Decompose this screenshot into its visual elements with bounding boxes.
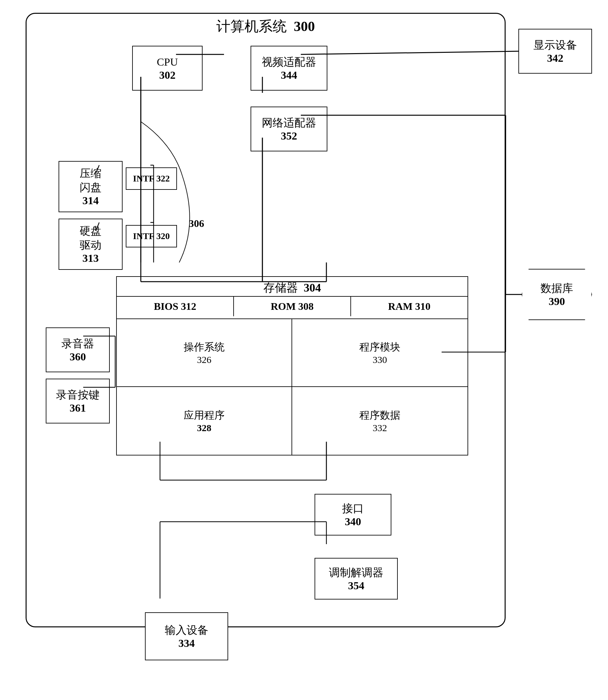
display-number: 342 bbox=[547, 52, 564, 64]
storage-header: BIOS 312 ROM 308 RAM 310 bbox=[117, 296, 468, 316]
record-btn-box: 录音按键 361 bbox=[46, 379, 110, 423]
video-adapter-label: 视频适配器 bbox=[262, 55, 316, 69]
display-box: 显示设备 342 bbox=[518, 29, 592, 74]
cpu-number: 302 bbox=[159, 69, 176, 81]
cpu-box: CPU 302 bbox=[132, 46, 203, 91]
hdd-number: 313 bbox=[82, 252, 99, 264]
intf322-label: INTF 322 bbox=[133, 173, 170, 184]
program-data-cell: 程序数据 332 bbox=[292, 387, 468, 455]
main-system-box: 计算机系统 300 CPU 302 视频适配器 344 网络适配器 352 压缩… bbox=[25, 13, 506, 627]
cpu-label: CPU bbox=[157, 55, 178, 69]
network-adapter-label: 网络适配器 bbox=[262, 116, 316, 130]
interface-box: 接口 340 bbox=[315, 494, 391, 535]
program-module-cell: 程序模块 330 bbox=[292, 319, 468, 387]
modem-label: 调制解调器 bbox=[329, 566, 383, 580]
database-label: 数据库 bbox=[540, 281, 573, 296]
intf322-box: INTF 322 bbox=[126, 167, 177, 190]
recorder-label: 录音器 bbox=[61, 337, 94, 351]
interface-label: 接口 bbox=[342, 502, 364, 516]
input-device-box: 输入设备 334 bbox=[145, 612, 228, 660]
input-device-number: 334 bbox=[178, 637, 195, 649]
hdd-box: 硬盘驱动 313 bbox=[59, 219, 122, 270]
recorder-number: 360 bbox=[70, 351, 86, 363]
main-system-title: 计算机系统 300 bbox=[213, 17, 318, 36]
flash-box: 压缩闪盘 314 bbox=[59, 161, 122, 212]
intf320-label: INTF 320 bbox=[133, 231, 170, 241]
intf320-box: INTF 320 bbox=[126, 225, 177, 247]
display-label: 显示设备 bbox=[533, 38, 577, 52]
recorder-box: 录音器 360 bbox=[46, 327, 110, 372]
modem-box: 调制解调器 354 bbox=[315, 558, 398, 600]
bus-306-label: 306 bbox=[189, 217, 204, 229]
ram-cell: RAM 310 bbox=[351, 297, 468, 316]
hdd-label: 硬盘驱动 bbox=[80, 224, 101, 252]
network-adapter-box: 网络适配器 352 bbox=[250, 107, 327, 151]
record-btn-label: 录音按键 bbox=[56, 388, 99, 402]
video-adapter-box: 视频适配器 344 bbox=[250, 46, 327, 91]
storage-label: 存储器 bbox=[263, 281, 298, 294]
rom-cell: ROM 308 bbox=[234, 297, 351, 316]
storage-box: 存储器 304 BIOS 312 ROM 308 RAM 310 操作系统 bbox=[116, 276, 468, 455]
flash-label: 压缩闪盘 bbox=[80, 167, 101, 195]
database-box: 数据库 390 bbox=[521, 269, 592, 320]
app-cell: 应用程序 328 bbox=[117, 387, 292, 455]
flash-number: 314 bbox=[82, 195, 99, 207]
diagram-container: 计算机系统 300 CPU 302 视频适配器 344 网络适配器 352 压缩… bbox=[0, 0, 608, 700]
input-device-label: 输入设备 bbox=[165, 623, 208, 637]
database-number: 390 bbox=[549, 296, 565, 308]
storage-content: 操作系统 326 程序模块 330 应用程序 328 程序数据 332 bbox=[117, 319, 468, 455]
record-btn-number: 361 bbox=[70, 402, 86, 414]
interface-number: 340 bbox=[345, 516, 361, 528]
network-adapter-number: 352 bbox=[281, 130, 297, 142]
main-system-label: 计算机系统 bbox=[216, 19, 287, 34]
modem-number: 354 bbox=[348, 580, 364, 592]
bios-cell: BIOS 312 bbox=[117, 297, 234, 316]
video-adapter-number: 344 bbox=[281, 69, 297, 81]
main-system-number: 300 bbox=[294, 19, 315, 34]
os-cell: 操作系统 326 bbox=[117, 319, 292, 387]
storage-number: 304 bbox=[304, 281, 321, 294]
storage-title: 存储器 304 bbox=[263, 280, 321, 296]
